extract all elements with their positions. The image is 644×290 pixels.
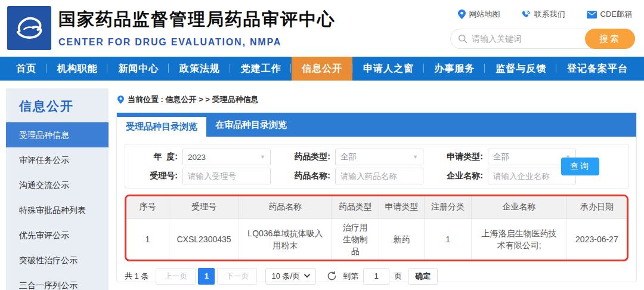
col-reg-class: 注册分类 bbox=[424, 196, 472, 218]
accept-no-input[interactable] bbox=[188, 172, 265, 181]
nav-item-supervision[interactable]: 监督与反馈 bbox=[485, 57, 556, 81]
sidebar: 信息公开 受理品种信息 审评任务公示 沟通交流公示 特殊审批品种列表 优先审评公… bbox=[6, 88, 109, 290]
year-label: 年 度: bbox=[125, 152, 178, 162]
main-panel: 当前位置 : 信息公开 > > 受理品种信息 受理品种目录浏览 在审品种目录浏览… bbox=[116, 88, 637, 290]
cde-swoosh-icon bbox=[12, 11, 47, 45]
quick-links: 网站地图 联系我们 CDE邮箱 bbox=[458, 9, 632, 20]
sidebar-item-review-tasks[interactable]: 审评任务公示 bbox=[6, 147, 109, 172]
nav-item-home[interactable]: 首页 bbox=[6, 57, 47, 81]
contact-link[interactable]: 联系我们 bbox=[522, 9, 565, 20]
phone-icon bbox=[522, 10, 531, 19]
filter-row-2: 受理号: 药品名称: 企业名称: bbox=[125, 168, 628, 184]
site-header: 国家药品监督管理局药品审评中心 CENTER FOR DRUG EVALUATI… bbox=[0, 0, 644, 57]
goto-unit: 页 bbox=[394, 271, 402, 282]
col-drug-type: 药品类型 bbox=[332, 196, 379, 218]
drug-name-input[interactable] bbox=[340, 172, 418, 181]
sidebar-item-breakthrough-therapy[interactable]: 突破性治疗公示 bbox=[6, 248, 109, 273]
cell-drug-type: 治疗用生物制品 bbox=[332, 218, 379, 260]
table-header-row: 序号 受理号 药品名称 药品类型 申请类型 注册分类 企业名称 承办日期 bbox=[126, 196, 627, 218]
drug-type-value: 全部 bbox=[340, 152, 357, 162]
year-select[interactable]: 2023 ▼ bbox=[182, 149, 271, 165]
next-page-button[interactable]: 下一页 bbox=[217, 268, 257, 285]
page-number-1[interactable]: 1 bbox=[198, 268, 215, 285]
content-area: 信息公开 受理品种信息 审评任务公示 沟通交流公示 特殊审批品种列表 优先审评公… bbox=[0, 88, 644, 290]
cde-logo bbox=[7, 6, 51, 50]
sidebar-item-priority-review[interactable]: 优先审评公示 bbox=[6, 223, 109, 248]
drug-type-label: 药品类型: bbox=[278, 152, 330, 162]
goto-page-input[interactable] bbox=[363, 268, 389, 285]
drug-type-select[interactable]: 全部 ▼ bbox=[335, 149, 423, 165]
apply-type-label: 申请类型: bbox=[431, 152, 483, 162]
filter-company-name: 企业名称: bbox=[431, 168, 576, 184]
col-date: 承办日期 bbox=[566, 196, 627, 218]
tab-accepted-catalog[interactable]: 受理品种目录浏览 bbox=[117, 117, 206, 137]
nav-item-party[interactable]: 党建工作 bbox=[231, 57, 292, 81]
map-pin-icon bbox=[458, 10, 466, 19]
company-name-label: 企业名称: bbox=[431, 171, 483, 181]
breadcrumb-pin-icon bbox=[117, 95, 124, 104]
accept-no-field bbox=[182, 168, 271, 184]
pagination: 共 1 条 上一页 1 下一页 10 条/页 bbox=[125, 268, 628, 285]
sidebar-item-communication[interactable]: 沟通交流公示 bbox=[6, 172, 109, 198]
col-company: 企业名称 bbox=[472, 196, 566, 218]
sitemap-link[interactable]: 网站地图 bbox=[458, 9, 500, 20]
search-input[interactable] bbox=[467, 34, 586, 44]
sidebar-item-three-in-one[interactable]: 三合一序列公示 bbox=[6, 273, 109, 290]
nav-item-applicant-window[interactable]: 申请人之窗 bbox=[353, 57, 424, 81]
chevron-down-icon: ▼ bbox=[260, 154, 265, 160]
site-title: 国家药品监督管理局药品审评中心 bbox=[58, 8, 336, 32]
search-icon bbox=[458, 34, 467, 44]
mailbox-link[interactable]: CDE邮箱 bbox=[587, 9, 632, 20]
accept-no-label: 受理号: bbox=[125, 171, 178, 181]
query-button[interactable]: 查询 bbox=[561, 158, 599, 175]
chevron-down-icon: ▼ bbox=[413, 154, 418, 160]
nav-item-info-disclosure[interactable]: 信息公开 bbox=[292, 57, 352, 81]
info-panel: 受理品种目录浏览 在审品种目录浏览 年 度: 2023 ▼ bbox=[116, 112, 637, 282]
refresh-icon[interactable] bbox=[327, 271, 337, 281]
cell-drug-name: LQ036单域抗体吸入用粉末 bbox=[239, 218, 332, 260]
results-table-highlight: 序号 受理号 药品名称 药品类型 申请类型 注册分类 企业名称 承办日期 bbox=[125, 195, 628, 261]
company-name-input[interactable] bbox=[493, 172, 571, 181]
nav-item-functions[interactable]: 机构职能 bbox=[47, 57, 108, 81]
brand-block: 国家药品监督管理局药品审评中心 CENTER FOR DRUG EVALUATI… bbox=[58, 8, 336, 48]
col-accept-no: 受理号 bbox=[169, 196, 239, 218]
nav-item-services[interactable]: 办事服务 bbox=[425, 57, 485, 81]
cell-date: 2023-06-27 bbox=[566, 218, 627, 260]
apply-type-value: 全部 bbox=[493, 152, 509, 162]
tab-under-review-catalog[interactable]: 在审品种目录浏览 bbox=[206, 113, 296, 137]
cell-company: 上海洛启生物医药技术有限公司; bbox=[472, 218, 566, 260]
page-size-select[interactable]: 10 条/页 bbox=[265, 268, 316, 285]
site-subtitle: CENTER FOR DRUG EVALUATION, NMPA bbox=[58, 37, 336, 48]
col-apply-type: 申请类型 bbox=[379, 196, 425, 218]
search-button[interactable]: 搜索 bbox=[585, 29, 635, 49]
col-drug-name: 药品名称 bbox=[239, 196, 332, 218]
cell-accept-no: CXSL2300435 bbox=[169, 218, 239, 260]
breadcrumb-text: 当前位置 : 信息公开 > > 受理品种信息 bbox=[128, 94, 259, 105]
nav-item-news[interactable]: 新闻中心 bbox=[108, 57, 169, 81]
mailbox-label: CDE邮箱 bbox=[600, 9, 632, 20]
breadcrumb: 当前位置 : 信息公开 > > 受理品种信息 bbox=[117, 93, 637, 106]
nav-item-registration-platform[interactable]: 登记备案平台 bbox=[557, 57, 638, 81]
cell-apply-type: 新药 bbox=[379, 218, 425, 260]
drug-name-field bbox=[335, 168, 423, 184]
filter-accept-no: 受理号: bbox=[125, 168, 271, 184]
sidebar-item-accepted-varieties[interactable]: 受理品种信息 bbox=[6, 122, 109, 147]
filter-year: 年 度: 2023 ▼ bbox=[125, 149, 271, 165]
sitemap-label: 网站地图 bbox=[469, 9, 500, 20]
site-search: 搜索 bbox=[450, 29, 635, 49]
total-count: 共 1 条 bbox=[125, 271, 148, 282]
filter-apply-type: 申请类型: 全部 ▼ bbox=[431, 149, 576, 165]
results-table: 序号 受理号 药品名称 药品类型 申请类型 注册分类 企业名称 承办日期 bbox=[126, 196, 627, 260]
table-row[interactable]: 1 CXSL2300435 LQ036单域抗体吸入用粉末 治疗用生物制品 新药 … bbox=[126, 218, 627, 260]
mail-icon bbox=[587, 11, 597, 18]
col-seq: 序号 bbox=[126, 196, 169, 218]
nav-item-policies[interactable]: 政策法规 bbox=[169, 57, 230, 81]
chevron-down-icon bbox=[304, 274, 310, 278]
prev-page-button[interactable]: 上一页 bbox=[156, 268, 196, 285]
sidebar-item-special-approval[interactable]: 特殊审批品种列表 bbox=[6, 198, 109, 223]
filter-row-1: 年 度: 2023 ▼ 药品类型: 全部 ▼ bbox=[125, 149, 628, 165]
confirm-button[interactable]: 确定 bbox=[408, 268, 438, 285]
filter-drug-type: 药品类型: 全部 ▼ bbox=[278, 149, 423, 165]
cell-reg-class: 1 bbox=[424, 218, 472, 260]
year-value: 2023 bbox=[188, 153, 206, 162]
